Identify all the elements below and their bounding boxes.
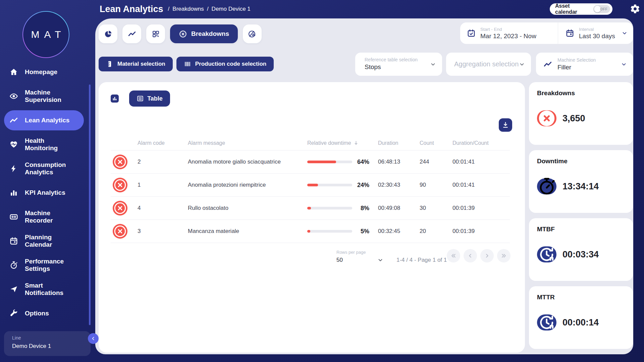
production-code-selection-button[interactable]: Production code selection [176,57,274,71]
sidebar-collapse-button[interactable] [88,333,99,344]
table-row[interactable]: 4Rullo ostacolato8%00:49:083000:01:39 [111,197,510,220]
alarm-message-cell: Anomalia motore giallo sciacquatrice [188,159,307,165]
tab-report[interactable] [243,24,262,43]
column-header[interactable]: Relative downtime [307,140,378,146]
downtime-bar [307,207,352,209]
toggle-switch[interactable]: OFF [593,5,610,13]
clock-pause-icon [537,314,556,330]
tab-label: Breakdowns [191,30,229,38]
sidebar-item-machine-supervision[interactable]: Machine Supervision [0,84,95,108]
page-next-button[interactable] [480,249,494,262]
breadcrumb-item[interactable]: Demo Device 1 [212,6,251,12]
tab-breakdowns[interactable]: Breakdowns [170,24,238,43]
column-header[interactable]: Alarm message [188,140,307,146]
interval-select[interactable]: Interval Last 30 days [558,22,633,44]
table-icon [137,95,144,102]
sidebar-item-smart-notifications[interactable]: Smart Notifications [0,277,95,301]
sidebar-item-homepage[interactable]: Homepage [0,60,95,84]
chevrons-right-icon [501,253,507,259]
kpi-value: 3,650 [562,113,585,124]
chevron-left-icon [467,253,473,259]
error-icon [113,155,127,169]
heart-pulse-icon [9,140,18,149]
material-selection-button[interactable]: Material selection [99,57,173,71]
kpi-value: 00:00:14 [562,317,599,328]
page-prev-button[interactable] [464,249,477,262]
sidebar-item-consumption-analytics[interactable]: Consumption Analytics [0,157,95,181]
column-header[interactable]: Alarm code [138,140,188,146]
sidebar-nav: HomepageMachine SupervisionLean Analytic… [0,60,95,325]
settings-button[interactable] [629,4,641,15]
alarm-code-cell: 1 [138,182,188,188]
rows-per-page-select[interactable]: Rows per page 50 [336,250,383,263]
alarm-message-cell: Mancanza materiale [188,228,307,235]
breadcrumb-item[interactable]: Breakdowns [172,6,204,12]
sidebar-item-planning-calendar[interactable]: Planning Calendar [0,229,95,253]
report-chart-icon [248,30,256,38]
table-row[interactable]: 3Mancanza materiale5%00:32:452000:01:39 [111,220,510,243]
column-header[interactable]: Duration/Count [452,140,510,146]
kpi-card-mtbf: MTBF00:03:34 [529,218,633,281]
page-last-button[interactable] [497,249,511,262]
sidebar-item-lean-analytics[interactable]: Lean Analytics [4,110,84,130]
trend-icon [128,30,136,38]
chevron-down-icon [430,61,436,67]
sidebar-item-machine-recorder[interactable]: Machine Recorder [0,205,95,229]
chevron-down-icon [519,61,525,67]
sidebar-item-options[interactable]: Options [0,301,95,325]
sidebar-scrollbar[interactable] [89,84,91,325]
kpi-column: Breakdowns3,650Downtime13:34:14MTBF00:03… [529,82,633,349]
tab-pie[interactable] [99,24,117,43]
breadcrumb-separator: / [168,6,170,12]
interval-label: Interval [579,27,615,32]
sidebar-item-kpi-analytics[interactable]: KPI Analytics [0,181,95,205]
table-row[interactable]: 1Anomalia protezioni riempitrice24%02:30… [111,174,510,197]
calendar-check-icon [467,29,476,38]
reference-table-select[interactable]: Reference table selection Stops [355,53,442,76]
view-tabs: Breakdowns [99,24,262,43]
column-header[interactable]: Duration [378,140,420,146]
sidebar-item-label: Machine Supervision [25,89,78,104]
duration-cell: 00:32:45 [378,228,420,235]
qr-grid-icon [152,30,160,38]
download-button[interactable] [499,118,512,132]
column-header[interactable]: Count [420,140,452,146]
kpi-title: MTBF [537,226,625,233]
selection-buttons: Material selectionProduction code select… [99,57,274,71]
chart-view-button[interactable] [111,95,119,103]
rows-per-page-label: Rows per page [336,250,383,255]
table-view-button[interactable]: Table [129,90,170,107]
kpi-card-breakdowns: Breakdowns3,650 [529,82,633,145]
sidebar-item-label: Lean Analytics [25,117,69,124]
asset-calendar-toggle[interactable]: Asset calendar OFF [550,3,612,15]
sidebar-item-performance-settings[interactable]: Performance Settings [0,253,95,277]
table-row[interactable]: 2Anomalia motore giallo sciacquatrice64%… [111,150,510,174]
chevron-down-icon [621,61,627,67]
page-first-button[interactable] [447,249,460,262]
kpi-card-downtime: Downtime13:34:14 [529,150,633,213]
date-range-label: Start - End [480,27,536,32]
sort-desc-icon [353,140,359,146]
downtime-percent: 24% [357,182,369,189]
gear-icon [630,4,640,14]
downtime-bar [307,184,352,186]
duration-count-cell: 00:01:41 [452,182,510,188]
duration-count-cell: 00:01:41 [452,159,510,165]
count-cell: 20 [420,228,452,235]
sidebar: MAT HomepageMachine SupervisionLean Anal… [0,0,95,362]
tab-grid[interactable] [146,24,165,43]
sidebar-item-label: Performance Settings [25,258,78,273]
error-icon [113,224,127,239]
line-selector-card[interactable]: Line Demo Device 1 [4,331,91,356]
tab-trend[interactable] [122,24,141,43]
pagination-range: 1-4 / 4 - Page 1 of 1 [396,257,450,263]
date-range-select[interactable]: Start - End Mar 12, 2023 - Now [460,22,558,44]
aggregation-select[interactable]: Aggregation selection [446,53,531,76]
pie-chart-icon [104,30,112,38]
kpi-title: Downtime [537,158,625,165]
sidebar-item-health-monitoring[interactable]: Health Monitoring [0,132,95,157]
kpi-value: 00:03:34 [562,249,599,260]
chevron-right-icon [484,253,490,259]
machine-select-value: Filler [557,64,596,71]
machine-select[interactable]: Machine Selection Filler [536,53,633,76]
